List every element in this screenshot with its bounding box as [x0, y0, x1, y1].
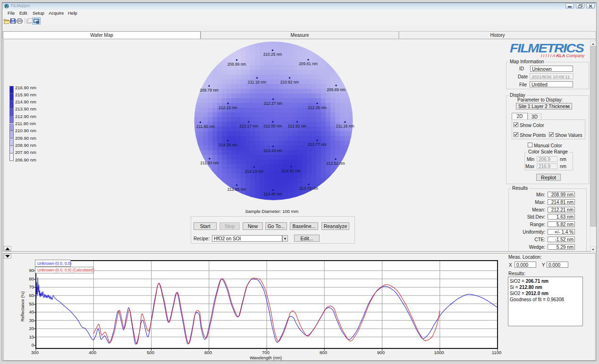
svg-text:210.92 nm: 210.92 nm	[280, 80, 299, 85]
svg-text:208.99 nm: 208.99 nm	[228, 62, 246, 67]
svg-text:210.25 nm: 210.25 nm	[263, 52, 282, 57]
svg-text:209.89 nm: 209.89 nm	[327, 87, 346, 92]
svg-text:214.13 nm: 214.13 nm	[245, 169, 264, 174]
svg-text:209.79 nm: 209.79 nm	[200, 88, 219, 93]
svg-text:213.76 nm: 213.76 nm	[299, 186, 318, 191]
svg-text:213.43 nm: 213.43 nm	[264, 148, 283, 153]
svg-text:212.85 nm: 212.85 nm	[228, 187, 246, 192]
svg-text:214.28 nm: 214.28 nm	[219, 143, 237, 147]
svg-text:213.17 nm: 213.17 nm	[239, 124, 258, 128]
svg-text:211.93 nm: 211.93 nm	[201, 161, 219, 165]
svg-text:214.46 nm: 214.46 nm	[263, 192, 282, 196]
svg-text:212.27 nm: 212.27 nm	[264, 101, 283, 106]
svg-text:213.77 nm: 213.77 nm	[308, 142, 327, 147]
svg-text:211.16 nm: 211.16 nm	[336, 124, 354, 128]
svg-text:212.10 nm: 212.10 nm	[219, 105, 237, 110]
svg-text:212.80 nm: 212.80 nm	[263, 124, 282, 128]
svg-text:214.81 nm: 214.81 nm	[282, 169, 301, 173]
svg-text:212.35 nm: 212.35 nm	[308, 105, 327, 110]
svg-text:212.52 nm: 212.52 nm	[326, 161, 345, 166]
svg-text:211.65 nm: 211.65 nm	[196, 124, 215, 129]
svg-text:209.81 nm: 209.81 nm	[299, 61, 318, 66]
svg-text:211.16 nm: 211.16 nm	[248, 80, 266, 85]
svg-text:212.92 nm: 212.92 nm	[288, 124, 307, 128]
